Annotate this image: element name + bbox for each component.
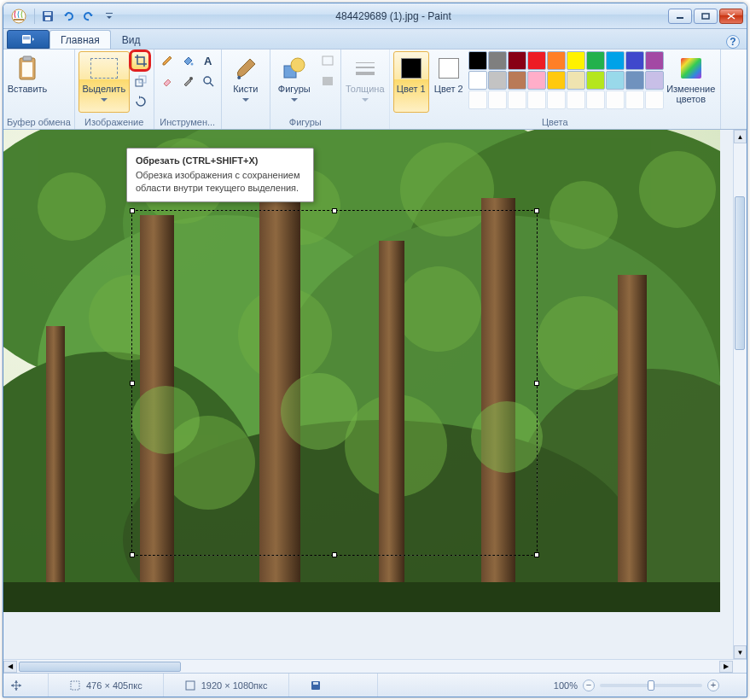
brushes-button[interactable]: Кисти <box>225 51 266 113</box>
color-swatch[interactable] <box>625 71 644 90</box>
group-clipboard: Вставить Буфер обмена <box>3 50 75 129</box>
zoom-out-button[interactable]: − <box>583 680 595 691</box>
resize-button[interactable] <box>131 72 150 90</box>
shapes-button[interactable]: Фигуры <box>274 51 315 113</box>
group-image: Выделить Изображение <box>75 50 154 129</box>
color-swatch[interactable] <box>625 51 644 70</box>
zoom-slider[interactable] <box>600 684 702 687</box>
titlebar: 484429689 (1).jpg - Paint <box>3 3 747 29</box>
color-swatch-empty[interactable] <box>645 90 664 109</box>
color-swatch[interactable] <box>645 51 664 70</box>
svg-rect-9 <box>23 37 30 38</box>
rotate-button[interactable] <box>131 92 150 111</box>
color-swatch-empty[interactable] <box>527 90 546 109</box>
resize-icon <box>134 74 148 88</box>
quick-access-toolbar <box>38 7 119 26</box>
zoom-in-button[interactable]: + <box>707 680 719 691</box>
maximize-button[interactable] <box>694 9 718 24</box>
color-swatch[interactable] <box>606 51 625 70</box>
color-swatch[interactable] <box>567 71 585 90</box>
outline-button[interactable] <box>318 51 337 70</box>
group-shapes: Фигуры Фигуры <box>270 50 341 129</box>
color-swatch[interactable] <box>547 51 566 70</box>
color-swatch[interactable] <box>645 71 664 90</box>
statusbar: 476 × 405пкс 1920 × 1080пкс 100% − + <box>3 673 747 697</box>
help-button[interactable]: ? <box>726 35 740 49</box>
svg-rect-53 <box>618 275 647 612</box>
save-button[interactable] <box>38 7 57 26</box>
color-swatch-empty[interactable] <box>567 90 585 109</box>
qat-customize-button[interactable] <box>100 7 119 26</box>
status-filesize <box>310 674 378 697</box>
color-swatch[interactable] <box>468 51 487 70</box>
fill-button[interactable] <box>318 72 337 90</box>
select-button[interactable]: Выделить <box>78 51 130 113</box>
color-swatch[interactable] <box>488 71 507 90</box>
eraser-icon <box>161 75 173 87</box>
svg-rect-57 <box>3 582 720 612</box>
text-tool[interactable]: A <box>199 51 218 70</box>
minimize-button[interactable] <box>668 9 692 24</box>
fill-tool[interactable] <box>178 51 197 70</box>
file-tab[interactable] <box>7 30 49 49</box>
magnifier-tool[interactable] <box>199 72 218 90</box>
clipboard-icon <box>14 55 41 82</box>
color-swatch-empty[interactable] <box>468 90 487 109</box>
brush-icon <box>232 55 259 82</box>
scroll-right-button[interactable]: ▶ <box>719 661 733 673</box>
color-swatch[interactable] <box>508 71 526 90</box>
selection-size-icon <box>69 680 81 691</box>
color-swatch-empty[interactable] <box>508 90 526 109</box>
tab-view[interactable]: Вид <box>111 30 152 49</box>
color-swatch[interactable] <box>606 71 625 90</box>
color2-button[interactable]: Цвет 2 <box>431 51 467 113</box>
undo-button[interactable] <box>59 7 78 26</box>
close-button[interactable] <box>719 9 743 24</box>
scroll-left-button[interactable]: ◀ <box>3 661 17 673</box>
color-swatch[interactable] <box>468 71 487 90</box>
image-size-icon <box>184 680 196 691</box>
scroll-up-button[interactable]: ▲ <box>734 130 747 143</box>
color-swatch-empty[interactable] <box>625 90 644 109</box>
crop-button[interactable] <box>131 51 150 70</box>
svg-point-45 <box>537 296 631 390</box>
color-swatch-empty[interactable] <box>547 90 566 109</box>
redo-button[interactable] <box>79 7 98 26</box>
canvas-scroll-container[interactable] <box>3 130 733 659</box>
vertical-scrollbar[interactable]: ▲ ▼ <box>733 130 747 659</box>
selection-rect[interactable] <box>131 210 538 556</box>
pencil-tool[interactable] <box>158 51 177 70</box>
rotate-icon <box>134 95 148 108</box>
horizontal-scrollbar[interactable]: ◀ ▶ <box>3 659 747 673</box>
paste-button[interactable]: Вставить <box>7 51 48 113</box>
picker-tool[interactable] <box>178 72 197 90</box>
outline-icon <box>321 55 334 67</box>
text-icon: A <box>204 55 212 67</box>
canvas[interactable] <box>3 130 720 612</box>
svg-rect-4 <box>45 17 50 20</box>
thickness-button[interactable]: Толщина <box>345 51 386 113</box>
tab-strip: Главная Вид ? <box>3 29 747 50</box>
color-swatch-empty[interactable] <box>606 90 625 109</box>
vscroll-thumb[interactable] <box>735 196 745 350</box>
svg-rect-61 <box>313 682 318 685</box>
edit-colors-button[interactable]: Изменение цветов <box>666 51 717 113</box>
color-swatch[interactable] <box>547 71 566 90</box>
color-swatch-empty[interactable] <box>488 90 507 109</box>
color-swatch[interactable] <box>586 71 605 90</box>
color1-button[interactable]: Цвет 1 <box>393 51 429 113</box>
color-swatch[interactable] <box>527 51 546 70</box>
color-swatch[interactable] <box>508 51 526 70</box>
svg-rect-7 <box>702 14 709 19</box>
hscroll-thumb[interactable] <box>19 662 181 672</box>
color-swatch[interactable] <box>488 51 507 70</box>
tab-home[interactable]: Главная <box>49 30 111 49</box>
scroll-down-button[interactable]: ▼ <box>734 645 747 659</box>
eraser-tool[interactable] <box>158 72 177 90</box>
color-swatch[interactable] <box>567 51 585 70</box>
tooltip: Обрезать (CTRL+SHIFT+X) Обрезка изображе… <box>126 148 314 202</box>
color-swatch-empty[interactable] <box>586 90 605 109</box>
window-title: 484429689 (1).jpg - Paint <box>119 10 668 22</box>
color-swatch[interactable] <box>586 51 605 70</box>
color-swatch[interactable] <box>527 71 546 90</box>
